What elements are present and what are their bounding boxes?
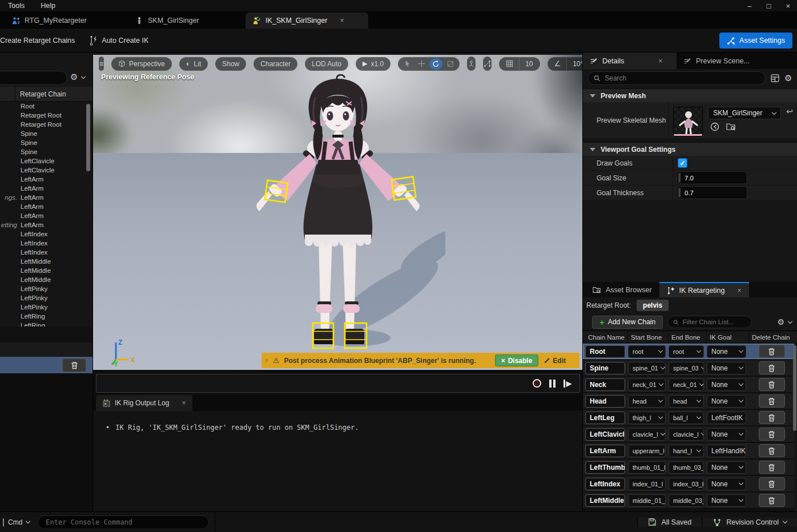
end-bone-dropdown[interactable]: ball_l <box>669 412 704 424</box>
step-forward-button[interactable]: ▶ <box>563 380 571 388</box>
filter-chain-list[interactable] <box>667 316 752 328</box>
selected-chain-row[interactable] <box>0 357 93 373</box>
chain-name-field[interactable]: LeftIndex <box>585 478 625 490</box>
chain-name-field[interactable]: LeftMiddle <box>585 494 625 507</box>
delete-chain-button[interactable] <box>759 477 785 490</box>
chain-name-field[interactable]: LeftClavicle <box>585 428 625 441</box>
tab-ik-skm-girlsinger[interactable]: IK_SKM_GirlSinger × <box>245 13 368 29</box>
end-bone-dropdown[interactable]: index_03_l <box>669 478 704 490</box>
start-bone-dropdown[interactable]: middle_01_l <box>628 494 666 507</box>
retarget-chain-list-item[interactable]: LeftMiddle <box>0 275 93 284</box>
use-selected-icon[interactable] <box>710 122 719 131</box>
chain-row[interactable]: LeftArm upperarm_l hand_l LeftHandIK <box>583 443 794 460</box>
retarget-chain-list-item[interactable]: LeftIndex <box>0 248 93 257</box>
retarget-chain-list-item[interactable]: Spine <box>0 138 93 147</box>
display-filter-icon[interactable] <box>771 74 779 82</box>
start-bone-dropdown[interactable]: spine_01 <box>628 362 666 374</box>
console-type-dropdown[interactable]: Cmd <box>8 518 30 526</box>
retarget-chain-list-item[interactable]: Root <box>0 102 93 111</box>
playback-speed-button[interactable]: ▶ x1.0 <box>356 57 391 71</box>
chain-list-scrollbar[interactable] <box>86 104 90 171</box>
chain-name-field[interactable]: LeftLeg <box>585 412 625 424</box>
move-tool-button[interactable] <box>415 58 428 70</box>
asset-settings-button[interactable]: Asset Settings <box>719 33 792 49</box>
retarget-chain-list-item[interactable]: Spine <box>0 147 93 156</box>
delete-chain-button[interactable] <box>759 444 785 457</box>
viewport-goal-settings-header[interactable]: Viewport Goal Settings <box>583 142 797 156</box>
start-bone-dropdown[interactable]: index_01_l <box>628 478 666 490</box>
retarget-chain-list-item[interactable]: LeftArm <box>0 202 93 211</box>
rotate-tool-button[interactable] <box>429 58 442 70</box>
character-preview-mesh[interactable] <box>240 74 445 360</box>
retarget-chain-list-item[interactable]: LeftArm <box>0 211 93 220</box>
end-bone-dropdown[interactable]: neck_01 <box>669 378 704 391</box>
details-search-input[interactable] <box>605 74 759 82</box>
grid-snap-control[interactable]: 10 <box>499 57 540 71</box>
start-bone-dropdown[interactable]: head <box>628 395 666 408</box>
chain-row[interactable]: LeftMiddle middle_01_l middle_03_l None <box>583 493 794 509</box>
perspective-dropdown[interactable]: Perspective <box>111 57 172 71</box>
retarget-chain-list-item[interactable]: LeftMiddle <box>0 257 93 266</box>
minimize-button[interactable]: – <box>747 2 751 10</box>
delete-chain-button[interactable] <box>759 411 785 424</box>
scale-tool-button[interactable] <box>444 58 457 70</box>
column-header[interactable]: End Bone <box>669 331 707 343</box>
end-bone-dropdown[interactable]: head <box>669 395 704 408</box>
chain-row[interactable]: LeftIndex index_01_l index_03_l None <box>583 476 794 493</box>
retarget-chain-list-item[interactable]: Retarget Root <box>0 120 93 129</box>
character-dropdown[interactable]: Character <box>253 57 297 71</box>
chain-name-field[interactable]: Root <box>585 345 625 358</box>
lod-dropdown[interactable]: LOD Auto <box>305 57 348 71</box>
delete-chain-button[interactable] <box>759 345 785 358</box>
end-bone-dropdown[interactable]: spine_03 <box>669 362 704 374</box>
end-bone-dropdown[interactable]: middle_03_l <box>669 494 704 507</box>
chain-row[interactable]: LeftThumb thumb_01_l thumb_03_l None <box>583 460 794 476</box>
disable-button[interactable]: × Disable <box>495 354 539 366</box>
start-bone-dropdown[interactable]: neck_01 <box>628 378 666 391</box>
column-header[interactable]: IK Goal <box>707 331 749 343</box>
tab-ik-retargeting[interactable]: IK Retargeting × <box>659 282 749 297</box>
column-header[interactable]: Chain Name <box>585 331 628 343</box>
ik-goal-dropdown[interactable]: LeftHandIK <box>707 445 746 457</box>
add-new-chain-button[interactable]: + Add New Chain <box>592 316 663 329</box>
log-tab-close-icon[interactable]: × <box>182 399 186 407</box>
chain-list-settings[interactable]: ⚙ <box>70 72 85 82</box>
ik-goal-dropdown[interactable]: None <box>707 362 746 374</box>
tab-rtg-myretargeter[interactable]: RTG_MyRetargeter <box>5 13 94 29</box>
viewport-3d[interactable]: ≡ Perspective ◐ Lit Show Character LOD A… <box>93 53 582 370</box>
delete-chain-button[interactable] <box>759 494 785 507</box>
skeletal-mesh-dropdown[interactable]: SKM_GirlSinger <box>708 107 781 119</box>
retarget-chain-list-item[interactable]: LeftClavicle <box>0 166 93 175</box>
tab-close-icon[interactable]: × <box>340 17 344 25</box>
menu-help[interactable]: Help <box>33 2 63 10</box>
chain-table-settings[interactable]: ⚙ <box>777 317 792 327</box>
retarget-chain-list-item[interactable]: LeftMiddle <box>0 266 93 275</box>
save-status-button[interactable]: All Saved <box>637 518 702 527</box>
browse-to-asset-icon[interactable] <box>726 122 736 131</box>
retarget-chain-list-item[interactable]: LeftIndex <box>0 229 93 239</box>
retarget-chain-list-item[interactable]: ngs. LeftArm <box>0 193 93 202</box>
retarget-root-value[interactable]: pelvis <box>637 300 669 311</box>
details-settings-gear-icon[interactable]: ⚙ <box>784 73 792 83</box>
draw-goals-checkbox[interactable]: ✓ <box>678 158 687 168</box>
goal-size-input[interactable]: 7.0 <box>678 172 746 183</box>
column-header[interactable]: Start Bone <box>628 331 669 343</box>
menu-tools[interactable]: Tools <box>0 2 33 10</box>
chain-name-field[interactable]: LeftThumb <box>585 461 625 474</box>
start-bone-dropdown[interactable]: root <box>628 345 666 358</box>
column-header[interactable]: Delete Chain <box>749 331 797 343</box>
angle-snap-control[interactable]: ∠ 10° <box>548 57 582 71</box>
retarget-chain-list-item[interactable]: LeftPinky <box>0 284 93 293</box>
pause-button[interactable] <box>549 380 556 388</box>
create-retarget-chains-button[interactable]: Create Retarget Chains <box>0 37 75 45</box>
tab-asset-browser[interactable]: Asset Browser <box>585 282 659 297</box>
retarget-chain-column-header[interactable]: Retarget Chain <box>15 90 66 98</box>
chain-row[interactable]: Root root root None <box>583 344 794 360</box>
snap-button[interactable] <box>483 57 492 71</box>
tab-skm-girlsinger[interactable]: SKM_GirlSinger <box>128 13 206 29</box>
edit-button[interactable]: Edit <box>543 357 566 365</box>
filter-chain-input[interactable] <box>683 319 746 325</box>
chain-name-field[interactable]: Neck <box>585 378 625 391</box>
warning-close-icon[interactable]: × <box>265 357 268 364</box>
close-button[interactable]: × <box>786 2 790 10</box>
